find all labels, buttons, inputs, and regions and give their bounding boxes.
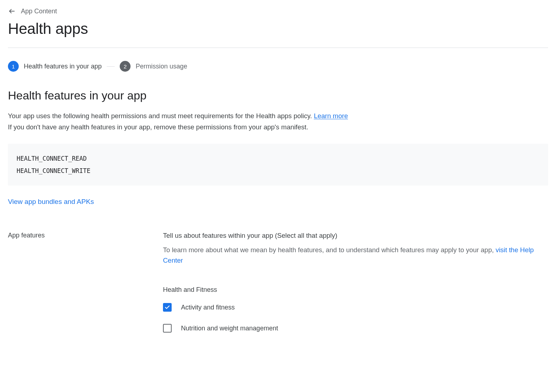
checkbox-label: Activity and fitness [181,304,235,311]
page-title: Health apps [8,20,548,37]
checkbox-checked-icon [163,303,172,312]
step-1-label: Health features in your app [24,63,102,70]
divider [8,48,548,48]
section-heading: Health features in your app [8,89,548,102]
step-1-badge: 1 [8,61,19,72]
stepper: 1 Health features in your app 2 Permissi… [8,61,548,72]
view-bundles-link[interactable]: View app bundles and APKs [8,198,94,205]
checkbox-group-heading: Health and Fitness [163,286,548,294]
step-2-badge: 2 [120,61,131,72]
learn-more-link[interactable]: Learn more [314,112,348,120]
step-connector [107,66,115,67]
permissions-codeblock: HEALTH_CONNECT_READ HEALTH_CONNECT_WRITE [8,144,548,186]
form-prompt: Tell us about features within your app (… [163,232,548,240]
back-arrow-icon[interactable] [8,7,16,15]
checkbox-nutrition-weight[interactable]: Nutrition and weight management [163,324,548,333]
step-health-features[interactable]: 1 Health features in your app [8,61,102,72]
step-2-label: Permission usage [136,63,187,70]
step-permission-usage[interactable]: 2 Permission usage [120,61,187,72]
intro-line-1: Your app uses the following health permi… [8,112,314,120]
form-section-label: App features [8,232,163,345]
intro-text: Your app uses the following health permi… [8,110,548,133]
checkbox-label: Nutrition and weight management [181,325,278,332]
permission-item: HEALTH_CONNECT_READ [17,155,87,162]
checkbox-activity-fitness[interactable]: Activity and fitness [163,303,548,312]
permission-item: HEALTH_CONNECT_WRITE [17,167,91,174]
breadcrumb: App Content [8,7,548,15]
form-help-prefix: To learn more about what we mean by heal… [163,246,495,254]
checkbox-unchecked-icon [163,324,172,333]
form-help-text: To learn more about what we mean by heal… [163,245,548,266]
intro-line-2: If you don't have any health features in… [8,123,308,131]
breadcrumb-label[interactable]: App Content [21,8,57,15]
